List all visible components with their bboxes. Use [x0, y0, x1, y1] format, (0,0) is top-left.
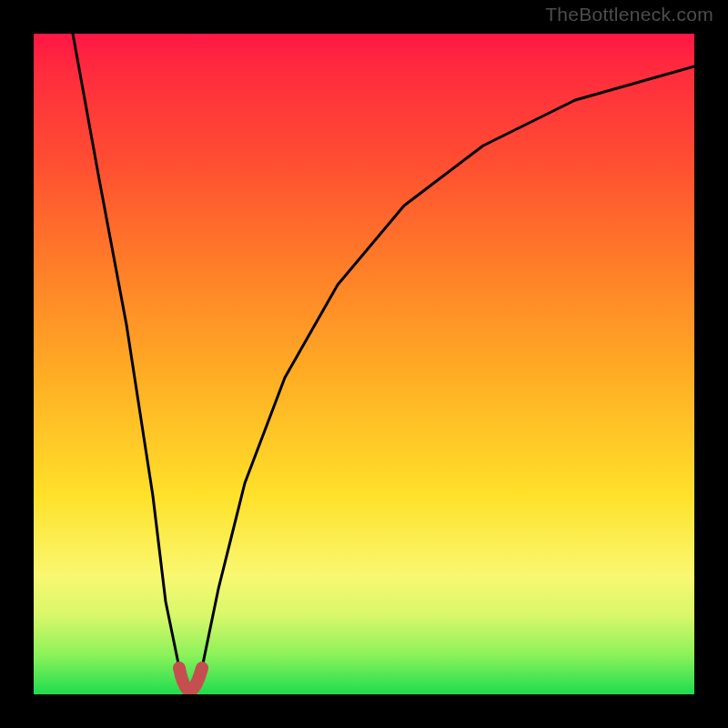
watermark-text: TheBottleneck.com [545, 4, 713, 25]
curve-path [73, 34, 694, 694]
bottleneck-curve [34, 34, 694, 694]
chart-frame: TheBottleneck.com [0, 0, 728, 728]
minimum-marker [179, 668, 202, 691]
plot-area [34, 34, 694, 694]
